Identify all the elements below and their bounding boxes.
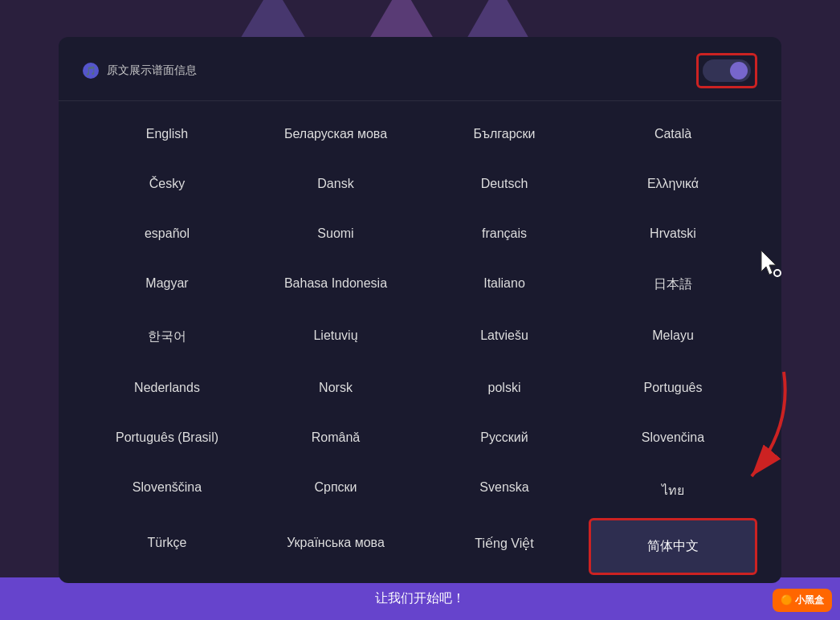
lang-item-bulgarian[interactable]: Български [420, 109, 589, 159]
lang-item-catalan[interactable]: Català [589, 109, 757, 159]
lang-item-slovak[interactable]: Slovenčina [589, 413, 757, 463]
lang-item-belarusian[interactable]: Беларуская мова [251, 109, 420, 159]
logo-badge: 🟠 小黑盒 [773, 589, 832, 612]
toggle-knob [730, 62, 748, 80]
lang-item-danish[interactable]: Dansk [251, 159, 420, 209]
lang-item-thai[interactable]: ไทย [589, 463, 757, 518]
lang-item-japanese[interactable]: 日本語 [589, 259, 757, 311]
lang-item-romanian[interactable]: Română [251, 413, 420, 463]
lang-item-polish[interactable]: polski [420, 363, 589, 413]
info-icon: 🎵 [83, 63, 99, 79]
lang-item-lithuanian[interactable]: Lietuvių [251, 311, 420, 363]
lang-item-ukrainian[interactable]: Українська мова [251, 518, 420, 575]
lang-item-english[interactable]: English [83, 109, 251, 159]
lang-item-finnish[interactable]: Suomi [251, 209, 420, 259]
logo-icon: 🟠 [781, 594, 795, 606]
lang-item-malay[interactable]: Melayu [589, 311, 757, 363]
start-label: 让我们开始吧！ [375, 591, 465, 605]
lang-item-latvian[interactable]: Latviešu [420, 311, 589, 363]
modal-content: EnglishБеларуская моваБългарскиCatalàČes… [59, 101, 781, 583]
header-label: 原文展示谱面信息 [107, 63, 197, 78]
lang-item-portuguese[interactable]: Português [589, 363, 757, 413]
lang-item-swedish[interactable]: Svenska [420, 463, 589, 518]
lang-item-croatian[interactable]: Hrvatski [589, 209, 757, 259]
lang-item-turkish[interactable]: Türkçe [83, 518, 251, 575]
header-info: 🎵 原文展示谱面信息 [83, 63, 197, 79]
language-select-modal: 🎵 原文展示谱面信息 EnglishБеларуская моваБългарс… [59, 37, 781, 583]
lang-item-russian[interactable]: Русский [420, 413, 589, 463]
lang-item-french[interactable]: français [420, 209, 589, 259]
lang-item-german[interactable]: Deutsch [420, 159, 589, 209]
toggle-highlight-box [696, 53, 757, 88]
lang-item-spanish[interactable]: español [83, 209, 251, 259]
lang-item-dutch[interactable]: Nederlands [83, 363, 251, 413]
start-bar[interactable]: 让我们开始吧！ [0, 577, 840, 620]
lang-item-hungarian[interactable]: Magyar [83, 259, 251, 311]
lang-item-indonesian[interactable]: Bahasa Indonesia [251, 259, 420, 311]
lang-item-italian[interactable]: Italiano [420, 259, 589, 311]
lang-item-korean[interactable]: 한국어 [83, 311, 251, 363]
lang-item-slovenian[interactable]: Slovenščina [83, 463, 251, 518]
modal-header: 🎵 原文展示谱面信息 [59, 37, 781, 101]
lang-item-vietnamese[interactable]: Tiếng Việt [420, 518, 589, 575]
triangle-3 [466, 0, 530, 40]
language-grid: EnglishБеларуская моваБългарскиCatalàČes… [59, 101, 781, 583]
lang-item-chinese-simplified[interactable]: 简体中文 [589, 518, 757, 575]
lang-item-czech[interactable]: Česky [83, 159, 251, 209]
lang-item-portuguese-br[interactable]: Português (Brasil) [83, 413, 251, 463]
lang-item-serbian[interactable]: Српски [251, 463, 420, 518]
toggle-switch[interactable] [703, 59, 751, 82]
logo-text: 小黑盒 [795, 594, 824, 606]
lang-item-norwegian[interactable]: Norsk [251, 363, 420, 413]
lang-item-greek[interactable]: Ελληνικά [589, 159, 757, 209]
